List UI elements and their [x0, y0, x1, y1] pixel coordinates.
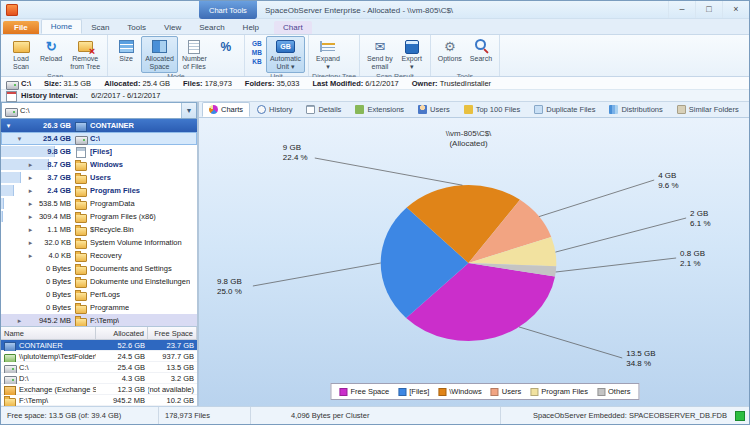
tree-item-recovery[interactable]: ▸4.0 KBRecovery [1, 249, 197, 262]
view-tab-details[interactable]: Details [299, 102, 348, 117]
ribbon-tab-file[interactable]: File [3, 21, 39, 34]
tree-item-size: 26.3 GB [13, 121, 75, 130]
table-row-c[interactable]: C:\25.4 GB13.5 GB [1, 362, 197, 373]
tree-item-windows[interactable]: ▸8.7 GBWindows [1, 158, 197, 171]
minimize-button[interactable]: – [668, 1, 695, 18]
view-tab-extensions[interactable]: Extensions [348, 102, 411, 117]
search-button[interactable]: Search [466, 36, 496, 73]
files-icon [75, 146, 87, 157]
tree-item-size: 8.7 GB [35, 160, 75, 169]
table-cell-name: D:\ [1, 373, 96, 384]
table-row-container[interactable]: CONTAINER52.6 GB23.7 GB [1, 340, 197, 351]
column-header-allocated[interactable]: Allocated [96, 327, 148, 339]
tree-expander[interactable]: ▾ [15, 135, 24, 143]
ribbon-tab-scan[interactable]: Scan [82, 21, 118, 34]
details-icon [306, 105, 315, 114]
pie-label-line [315, 158, 463, 185]
tree-item-size: 32.0 KB [35, 238, 75, 247]
table-row-exchange-exchange-server[interactable]: Exchange (Exchange Server)12.3 GB(not av… [1, 384, 197, 395]
unit-buttons: GBMBKB [250, 36, 264, 69]
number-of-files-button[interactable]: Number of Files [178, 36, 211, 73]
pie-slice-label-windows: 9 GB22.4 % [283, 143, 308, 162]
remove-from-tree-button[interactable]: Remove from Tree [66, 36, 104, 73]
tree-expander[interactable]: ▸ [26, 252, 35, 260]
size-button[interactable]: Size [111, 36, 141, 73]
legend-item-users: Users [491, 387, 522, 396]
tree-item-container[interactable]: ▾26.3 GBCONTAINER [1, 119, 197, 132]
ribbon-tab-chart[interactable]: Chart [274, 21, 312, 34]
tree-expander[interactable]: ▸ [26, 226, 35, 234]
tree-expander[interactable]: ▸ [26, 161, 35, 169]
column-header-name[interactable]: Name [1, 327, 96, 339]
tree-item-c[interactable]: ▾25.4 GBC:\ [1, 132, 197, 145]
history-interval-value[interactable]: 6/2/2017 - 6/12/2017 [91, 91, 160, 100]
maximize-button[interactable]: □ [695, 1, 722, 18]
main-area: C:\ ▼ ▾26.3 GBCONTAINER▾25.4 GBC:\9.8 GB… [1, 102, 749, 406]
drive-icon [4, 362, 16, 373]
view-tab-users[interactable]: Users [411, 102, 457, 117]
table-row-d[interactable]: D:\4.3 GB3.2 GB [1, 373, 197, 384]
view-tab-top-100-files[interactable]: Top 100 Files [457, 102, 528, 117]
ribbon-tab-view[interactable]: View [155, 21, 190, 34]
view-tab-similar-folders[interactable]: Similar Folders [670, 102, 746, 117]
tree-item-users[interactable]: ▸3.7 GBUsers [1, 171, 197, 184]
reload-button[interactable]: Reload [36, 36, 66, 73]
view-tab-duplicate-files[interactable]: Duplicate Files [527, 102, 602, 117]
ribbon-group-scan: Load ScanReloadRemove from TreeScan [3, 35, 108, 76]
tree-item-documents-and-settings[interactable]: 0 BytesDocuments and Settings [1, 262, 197, 275]
close-button[interactable]: × [722, 1, 749, 18]
tree-item-dokumente-und-einstellungen[interactable]: 0 BytesDokumente und Einstellungen [1, 275, 197, 288]
tree-expander[interactable]: ▸ [26, 200, 35, 208]
percent-button[interactable] [211, 36, 241, 73]
root-selector-combo[interactable]: C:\ ▼ [1, 102, 197, 119]
combo-dropdown-button[interactable]: ▼ [181, 103, 196, 118]
chart-tools-context-tab[interactable]: Chart Tools [199, 1, 257, 19]
export-button[interactable]: Export ▾ [397, 36, 427, 73]
tree-item-size: 9.8 GB [35, 147, 75, 156]
tree-item-system-volume-information[interactable]: ▸32.0 KBSystem Volume Information [1, 236, 197, 249]
tree-item-perflogs[interactable]: 0 BytesPerfLogs [1, 288, 197, 301]
tree-item-f-temp[interactable]: ▸945.2 MBF:\Temp\ [1, 314, 197, 326]
result-panel: ChartsHistoryDetailsExtensionsUsersTop 1… [199, 102, 749, 406]
tree-expander[interactable]: ▸ [26, 213, 35, 221]
unit-gb-button[interactable]: GB [250, 39, 264, 48]
tree-item-programme[interactable]: 0 BytesProgramme [1, 301, 197, 314]
tree-item-recycle-bin[interactable]: ▸1.1 MB$Recycle.Bin [1, 223, 197, 236]
folder-icon [4, 395, 16, 406]
tree-expander[interactable]: ▸ [26, 239, 35, 247]
tree-item-name: PerfLogs [90, 290, 120, 299]
allocated-space-button[interactable]: Allocated Space [141, 36, 178, 73]
reload-icon [41, 38, 61, 55]
tree-expander[interactable]: ▸ [26, 174, 35, 182]
tree-item-size: 2.4 GB [35, 186, 75, 195]
table-row-pluto-temp-testfolder[interactable]: \\pluto\temp\TestFolder\24.5 GB937.7 GB [1, 351, 197, 362]
view-tab-history[interactable]: History [250, 102, 299, 117]
view-tab-distributions[interactable]: Distributions [602, 102, 669, 117]
load-scan-button[interactable]: Load Scan [6, 36, 36, 73]
ribbon-tab-tools[interactable]: Tools [118, 21, 155, 34]
ribbon-tab-help[interactable]: Help [234, 21, 268, 34]
ribbon-tab-search[interactable]: Search [190, 21, 233, 34]
send-by-email-button[interactable]: Send by email [363, 36, 397, 73]
tree-expander[interactable]: ▸ [15, 317, 24, 325]
automatic-unit-button[interactable]: Automatic Unit ▾ [266, 36, 305, 73]
column-header-free-space[interactable]: Free Space [148, 327, 197, 339]
tree-item-programdata[interactable]: ▸538.5 MBProgramData [1, 197, 197, 210]
scan-info-bar: C:\ Size: 31.5 GBAllocated: 25.4 GBFiles… [1, 77, 749, 90]
legend-swatch [597, 388, 605, 396]
ribbon-tab-home[interactable]: Home [41, 19, 82, 34]
tree-item-program-files[interactable]: ▸2.4 GBProgram Files [1, 184, 197, 197]
tree-item-name: Dokumente und Einstellungen [90, 277, 190, 286]
directory-tree-panel: C:\ ▼ ▾26.3 GBCONTAINER▾25.4 GBC:\9.8 GB… [1, 102, 197, 406]
table-row-f-temp[interactable]: F:\Temp\945.2 MB10.2 GB [1, 395, 197, 406]
tree-item-files[interactable]: 9.8 GB[Files] [1, 145, 197, 158]
tree-expander[interactable]: ▸ [26, 187, 35, 195]
tree-item-program-files-x86[interactable]: ▸309.4 MBProgram Files (x86) [1, 210, 197, 223]
view-tab-charts[interactable]: Charts [202, 102, 250, 117]
tree-expander[interactable]: ▾ [4, 122, 13, 130]
unit-kb-button[interactable]: KB [250, 57, 264, 66]
app-icon[interactable] [6, 4, 18, 16]
options-button[interactable]: Options [434, 36, 466, 73]
unit-mb-button[interactable]: MB [250, 48, 264, 57]
expand-button[interactable]: Expand ▾ [312, 36, 344, 73]
